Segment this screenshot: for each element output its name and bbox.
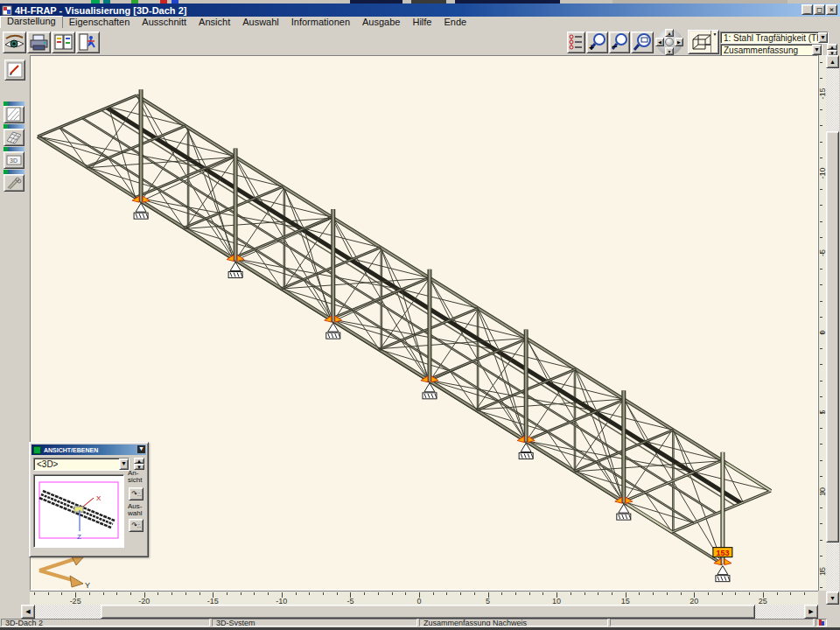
ruler-tick [820, 269, 822, 270]
view-preview[interactable]: X Z [33, 474, 124, 548]
ruler-tick [116, 592, 117, 595]
result-spinner[interactable]: ▲ ▼ [827, 44, 837, 56]
scroll-down-icon[interactable]: ▼ [826, 592, 839, 605]
ruler-tick [820, 221, 822, 222]
horizontal-scrollbar[interactable]: ◀ ▶ [21, 605, 818, 619]
menu-ansicht[interactable]: Ansicht [192, 17, 236, 28]
ruler-tick [653, 592, 654, 595]
status-bar: 3D-Dach 2 3D-System Zusammenfassung Nach… [0, 619, 840, 627]
hatch-square-icon [4, 107, 24, 122]
ruler-tick [820, 460, 822, 461]
preview-axis-z-label: Z [77, 533, 81, 541]
scroll-right-icon[interactable]: ▶ [804, 605, 818, 619]
ruler-tick [820, 284, 822, 285]
menu-ausschnitt[interactable]: Ausschnitt [136, 17, 192, 28]
menu-informationen[interactable]: Informationen [285, 17, 356, 28]
panel-title-bar[interactable]: ANSICHT/EBENEN ▼ [32, 444, 146, 455]
menu-auswahl[interactable]: Auswahl [236, 17, 285, 28]
cube-dropdown-arrow[interactable]: ▼ [710, 31, 718, 53]
mesh-grid-icon [4, 130, 24, 145]
3d-box-icon: 3D [4, 152, 24, 168]
horizontal-scroll-thumb[interactable] [101, 605, 755, 619]
menu-hilfe[interactable]: Hilfe [406, 17, 438, 28]
ruler-tick [820, 508, 822, 508]
app-icon [2, 5, 12, 16]
ansicht-ebenen-panel[interactable]: ANSICHT/EBENEN ▼ <3D> ▼ ▲ ▼ X Z An- si [29, 442, 149, 557]
ruler-tick [446, 592, 447, 595]
application-window: 4H-FRAP - Visualisierung [3D-Dach 2] _ □… [0, 0, 840, 630]
support-symbol[interactable]: 153 [713, 548, 732, 582]
view-select-combo[interactable]: <3D> ▼ [33, 458, 130, 471]
panel-close-icon[interactable]: ▼ [137, 445, 145, 453]
ansicht-apply-button[interactable]: ↷∴ [129, 487, 144, 500]
menu-eigenschaften[interactable]: Eigenschaften [63, 17, 136, 28]
tool-button[interactable] [4, 174, 24, 192]
ruler-tick [392, 592, 393, 595]
ruler-tick [460, 592, 461, 595]
ruler-tick [820, 142, 822, 143]
vertical-scroll-thumb[interactable] [826, 131, 839, 542]
support-node-label: 153 [716, 549, 729, 557]
maximize-button[interactable]: □ [814, 4, 825, 15]
view-settings-button[interactable] [3, 32, 26, 53]
spinner-up-icon[interactable]: ▲ [134, 458, 144, 464]
axis-y-label: Y [85, 581, 90, 589]
ruler-tick [254, 592, 255, 595]
pan-down-arrow[interactable]: ▼ [665, 47, 674, 55]
chevron-down-icon[interactable]: ▼ [812, 45, 822, 55]
ruler-tick [820, 364, 822, 365]
ruler-tick [598, 592, 598, 595]
status-flag-icon [818, 620, 825, 626]
close-button[interactable]: × [826, 4, 837, 15]
zoom-out-button[interactable]: − [609, 32, 630, 53]
eye-icon [4, 32, 25, 52]
ruler-tick [820, 205, 822, 206]
auswahl-apply-button[interactable]: ↷∴ [129, 519, 144, 532]
spinner-up-icon[interactable]: ▲ [827, 44, 837, 50]
ruler-tick [268, 592, 269, 595]
mini-toolbar-header[interactable] [4, 170, 24, 174]
print-button[interactable] [27, 32, 51, 53]
pan-right-arrow[interactable]: ▶ [675, 38, 683, 46]
svg-text:−: − [612, 41, 617, 52]
documentation-button[interactable] [52, 32, 75, 53]
scroll-up-icon[interactable]: ▲ [826, 55, 839, 68]
zoom-in-button[interactable]: + [586, 32, 608, 53]
vertical-scrollbar[interactable]: ▲ ▼ [826, 55, 839, 605]
projection-cube-button[interactable]: ▼ [688, 30, 719, 54]
menu-darstellung[interactable]: Darstellung [0, 16, 63, 29]
ruler-tick [722, 592, 723, 595]
chevron-down-icon[interactable]: ▼ [818, 32, 828, 43]
result-combo[interactable]: Zusammenfassung ▼ [720, 44, 822, 56]
title-bar[interactable]: 4H-FRAP - Visualisierung [3D-Dach 2] _ □… [0, 4, 840, 17]
numbering-display-button[interactable] [567, 32, 585, 53]
svg-text:+: + [589, 43, 594, 52]
pan-control[interactable]: ▲ ▼ ◀ ▶ [654, 29, 684, 55]
ruler-tick [820, 158, 822, 158]
menu-ende[interactable]: Ende [438, 17, 472, 28]
ruler-tick [309, 592, 310, 595]
pan-left-arrow[interactable]: ◀ [655, 38, 664, 46]
menu-ausgabe[interactable]: Ausgabe [356, 17, 406, 28]
mini-toolbar-header[interactable] [4, 147, 24, 151]
ruler-horizontal: -25-20-15-10-50510152025 [30, 591, 818, 606]
mesh-display-button[interactable] [4, 129, 24, 146]
mini-toolbar-header[interactable] [4, 124, 24, 129]
status-system: 3D-System [212, 619, 417, 626]
zoom-window-button[interactable] [631, 32, 654, 53]
zoom-in-icon: + [587, 32, 607, 52]
hatch-display-button[interactable] [4, 106, 24, 123]
mini-toolbar-header[interactable] [4, 102, 24, 106]
edit-mode-button[interactable] [4, 60, 25, 80]
ruler-tick [172, 592, 172, 595]
loadcase-combo[interactable]: 1: Stahl Tragfähigkeit (Th. 2. O ▼ [720, 32, 829, 44]
ruler-tick [364, 592, 365, 595]
mini-toolbar-mesh [4, 124, 24, 146]
minimize-button[interactable]: _ [802, 4, 813, 15]
side-toolbar: 3D [0, 55, 30, 605]
exit-button[interactable] [76, 32, 100, 53]
pan-up-arrow[interactable]: ▲ [665, 29, 674, 37]
ruler-tick [61, 592, 62, 595]
view-3d-button[interactable]: 3D [4, 151, 24, 169]
scroll-left-icon[interactable]: ◀ [21, 605, 35, 619]
